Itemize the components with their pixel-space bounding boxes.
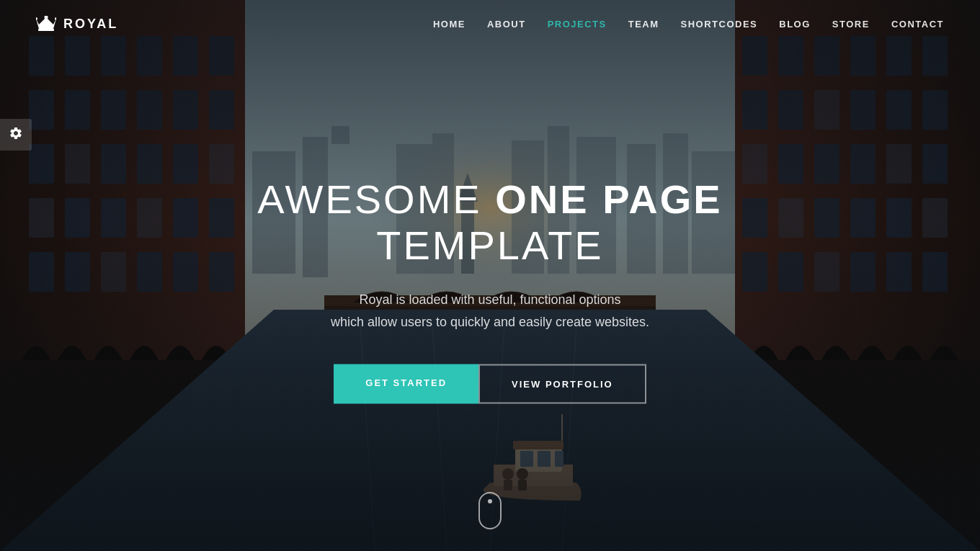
nav-shortcodes[interactable]: SHORTCODES [681,19,758,30]
hero-subtitle: Royal is loaded with useful, functional … [202,289,778,333]
nav-projects[interactable]: PROJECTS [548,19,607,30]
nav-about[interactable]: ABOUT [487,19,526,30]
hero-title-bold: ONE PAGE [495,176,722,221]
logo-link[interactable]: ROYAL [36,16,118,32]
scroll-circle [478,492,502,529]
hero-content: AWESOME ONE PAGE TEMPLATE Royal is loade… [202,176,778,404]
scroll-dot [488,499,492,503]
svg-point-102 [55,17,56,20]
nav-team[interactable]: TEAM [628,19,659,30]
nav-store[interactable]: STORE [832,19,870,30]
logo-text: ROYAL [63,17,118,32]
svg-rect-99 [38,29,54,31]
view-portfolio-button[interactable]: VIEW PORTFOLIO [478,364,646,404]
settings-gear-button[interactable] [0,119,32,151]
nav-home[interactable]: HOME [433,19,466,30]
hero-subtitle-line1: Royal is loaded with useful, functional … [359,292,620,307]
hero-section: ROYAL HOME ABOUT PROJECTS TEAM SHORTCODE… [0,0,980,551]
hero-title: AWESOME ONE PAGE TEMPLATE [202,176,778,269]
hero-title-part2: TEMPLATE [376,222,603,267]
gear-icon [9,126,23,140]
crown-icon [36,16,56,32]
nav-menu: HOME ABOUT PROJECTS TEAM SHORTCODES BLOG… [433,17,944,30]
navbar: ROYAL HOME ABOUT PROJECTS TEAM SHORTCODE… [0,0,980,48]
hero-buttons: GET STARTED VIEW PORTFOLIO [202,364,778,404]
nav-blog[interactable]: BLOG [779,19,811,30]
hero-subtitle-line2: which allow users to quickly and easily … [331,314,649,328]
svg-point-101 [36,17,37,20]
nav-contact[interactable]: CONTACT [891,19,944,30]
hero-title-part1: AWESOME [257,176,495,221]
scroll-indicator[interactable] [478,492,502,529]
get-started-button[interactable]: GET STARTED [334,364,478,404]
